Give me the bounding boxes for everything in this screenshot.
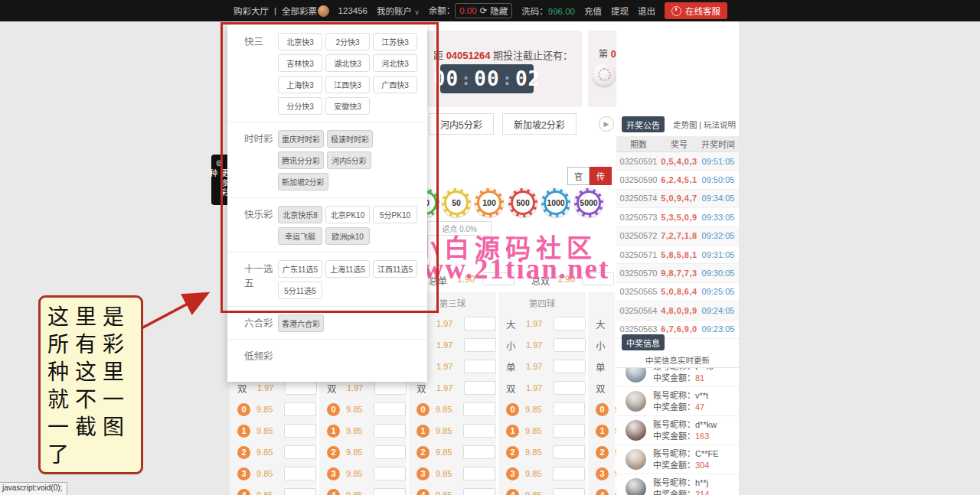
winner-amount-label: 中奖金额： [653, 490, 695, 495]
account-menu[interactable]: 我的账户 ∨ [377, 5, 420, 17]
bet-row: 29.85 [319, 441, 407, 463]
winner-avatar [626, 367, 646, 383]
draw-announcement-button[interactable]: 开奖公告 [622, 116, 665, 132]
winner-text: 账号昵称：h**j中奖金额：214 [653, 477, 709, 495]
bet-number-ball: 3 [237, 467, 250, 480]
bet-option-label: 双 [237, 381, 251, 396]
bet-amount-input[interactable] [463, 467, 495, 480]
bet-amount-input[interactable] [463, 488, 495, 495]
bet-row: 29.85 [230, 441, 317, 463]
toggle-official[interactable]: 官 [567, 167, 590, 185]
bet-amount-input[interactable] [553, 488, 585, 495]
result-time: 09:23:05 [697, 324, 739, 334]
bet-row: 49.85 [319, 484, 407, 495]
trend-chart-link[interactable]: 走势图 [673, 120, 697, 129]
total-bet-input[interactable] [482, 272, 514, 285]
table-row: 032505727,2,7,1,809:32:05 [616, 227, 739, 246]
bet-odds: 1.97 [257, 383, 279, 392]
bet-amount-input[interactable] [374, 424, 406, 438]
bet-amount-input[interactable] [374, 381, 407, 395]
countdown-text: 距 04051264 期投注截止还有： [433, 47, 573, 62]
annotation-line: 这里是 [47, 304, 141, 331]
avatar[interactable] [318, 5, 329, 17]
bet-amount-input[interactable] [464, 360, 496, 373]
tab-新加坡2分彩[interactable]: 新加坡2分彩 [502, 113, 577, 135]
bet-number-ball: 3 [416, 467, 430, 480]
logout-button[interactable]: 退出 [638, 5, 655, 17]
bet-odds: 9.85 [525, 490, 547, 495]
hide-balance-button[interactable]: 隐藏 [490, 5, 508, 17]
bet-amount-input[interactable] [463, 402, 495, 416]
winner-info-button[interactable]: 中奖信息 [622, 334, 665, 350]
bet-amount-input[interactable] [553, 402, 585, 416]
table-row: 032505906,2,4,5,109:50:05 [616, 171, 739, 189]
bet-amount-input[interactable] [554, 360, 586, 373]
bet-amount-input[interactable] [374, 467, 406, 480]
bet-odds: 9.85 [346, 490, 368, 495]
bet-number-ball: 1 [327, 425, 340, 438]
bet-amount-input[interactable] [374, 445, 406, 459]
bet-amount-input[interactable] [284, 488, 316, 495]
bet-amount-input[interactable] [554, 317, 586, 331]
bet-row: 49.85 [230, 484, 317, 495]
total-odds: 1.90 [457, 274, 475, 285]
bet-amount-input[interactable] [374, 402, 406, 416]
bet-amount-input[interactable] [554, 338, 586, 352]
current-issue-number: 04051264 [446, 50, 491, 61]
result-time: 09:51:05 [697, 157, 739, 166]
bet-amount-input[interactable] [553, 445, 585, 459]
withdraw-button[interactable]: 提现 [611, 5, 629, 17]
chip-500[interactable]: 500 [508, 188, 537, 217]
table-row: 032505644,8,0,9,909:24:05 [616, 301, 739, 320]
bet-amount-input[interactable] [285, 381, 317, 395]
chip-1000[interactable]: 1000 [541, 188, 570, 217]
bet-amount-input[interactable] [463, 445, 495, 459]
bet-odds: 9.85 [346, 405, 368, 414]
bet-number-ball: 3 [506, 467, 519, 480]
menu-section-label: 六合彩 [227, 312, 276, 334]
bet-amount-input[interactable] [464, 338, 496, 352]
bet-amount-input[interactable] [464, 381, 496, 395]
nav-lottery-hall[interactable]: 购彩大厅 [234, 5, 269, 17]
balance-box: 0.00⟳隐藏 [455, 3, 512, 18]
chip-5000[interactable]: 5000 [574, 188, 603, 217]
recharge-button[interactable]: 充值 [584, 5, 602, 17]
timer-digits: 00 [474, 67, 499, 90]
bet-amount-input[interactable] [553, 424, 585, 438]
toggle-credit[interactable]: 传 [590, 167, 612, 185]
bet-amount-input[interactable] [284, 467, 316, 480]
result-issue: 03250590 [616, 175, 661, 184]
menu-section-label: 低频彩 [227, 345, 276, 363]
table-row: 032505910,5,4,0,309:51:05 [616, 152, 739, 171]
bet-option-label: 大 [596, 317, 609, 331]
rules-link[interactable]: 玩法说明 [704, 120, 736, 129]
bet-odds: 9.85 [346, 448, 368, 457]
bet-odds: 9.85 [346, 469, 368, 478]
official-credit-toggle[interactable]: 官 传 [567, 167, 612, 185]
nav-all-lottery[interactable]: 全部彩票 [282, 5, 317, 17]
bet-amount-input[interactable] [553, 467, 585, 480]
chip-50[interactable]: 50 [442, 188, 471, 217]
menu-item-香港六合彩[interactable]: 香港六合彩 [278, 314, 324, 332]
bet-amount-input[interactable] [284, 424, 316, 438]
result-time: 09:31:05 [697, 250, 739, 259]
tabs-scroll-button[interactable]: ▶ [599, 116, 614, 132]
bet-amount-input[interactable] [464, 317, 496, 331]
total-bet-input[interactable] [582, 272, 614, 285]
winner-amount-value: 81 [695, 373, 704, 383]
chip-100[interactable]: 100 [475, 188, 504, 217]
bet-row: 49.85 [409, 484, 496, 495]
bet-odds: 9.85 [436, 426, 457, 435]
bet-amount-input[interactable] [463, 424, 495, 438]
online-service-button[interactable]: 在线客服 [665, 2, 727, 19]
bet-amount-input[interactable] [374, 488, 406, 495]
bet-option-label: 双 [416, 381, 430, 396]
refresh-icon[interactable]: ⟳ [480, 5, 488, 16]
bet-row: 09.85 [319, 399, 407, 420]
bet-amount-input[interactable] [284, 445, 316, 459]
bet-amount-input[interactable] [554, 381, 586, 395]
play-icon: ▶ [604, 120, 609, 128]
results-table-header: 期数奖号开奖时间 [616, 136, 739, 152]
result-numbers: 5,8,5,8,1 [661, 250, 697, 259]
bet-amount-input[interactable] [284, 402, 316, 416]
